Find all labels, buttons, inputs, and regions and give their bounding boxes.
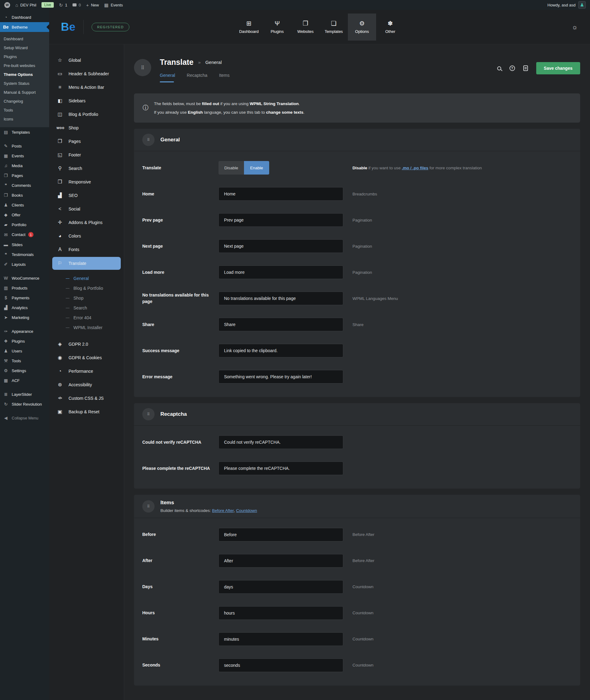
sidebar-item[interactable]: ▦ ACF — [0, 376, 49, 385]
avatar[interactable]: ♟ — [578, 1, 586, 9]
sidebar-item[interactable]: ❝ Testimonials — [0, 249, 49, 259]
nav-item[interactable]: ❏ Templates — [320, 13, 348, 40]
nav-item[interactable]: ⊞ Dashboard — [235, 13, 263, 40]
options-menu-item[interactable]: ≡ Menu & Action Bar — [49, 81, 124, 94]
translate-submenu-item[interactable]: Error 404 — [49, 313, 124, 323]
options-menu-item[interactable]: ◕ Colors — [49, 229, 124, 243]
tab[interactable]: Items — [219, 73, 229, 82]
sidebar-item[interactable]: ▬ Slides — [0, 240, 49, 249]
nav-item[interactable]: ❐ Websites — [291, 13, 320, 40]
help-icon[interactable]: ? — [509, 66, 515, 71]
text-input[interactable] — [218, 370, 343, 384]
options-menu-item[interactable]: ▟ SEO — [49, 189, 124, 202]
subtitle-text[interactable]: , — [234, 508, 236, 513]
text-input[interactable] — [218, 632, 343, 646]
live-badge[interactable]: Live — [41, 2, 54, 8]
submenu-item[interactable]: Setup Wizard — [0, 43, 49, 52]
translate-submenu-item[interactable]: Blog & Portfolio — [49, 283, 124, 293]
options-menu-item[interactable]: </> Custom CSS & JS — [49, 392, 124, 405]
sidebar-item[interactable]: ➤ Marketing — [0, 312, 49, 322]
sidebar-item[interactable]: ✐ Layouts — [0, 259, 49, 269]
sidebar-item[interactable]: ✎ Posts — [0, 141, 49, 151]
events-link[interactable]: ▦ Events — [104, 3, 123, 7]
subtitle-text[interactable]: Builder items & shortcodes: — [161, 508, 212, 513]
submenu-item[interactable]: Theme Options — [0, 70, 49, 79]
submenu-item[interactable]: Changelog — [0, 97, 49, 106]
translate-submenu-item[interactable]: WPML Installer — [49, 323, 124, 332]
text-input[interactable] — [218, 187, 343, 201]
text-input[interactable] — [218, 318, 343, 331]
drag-handle-icon[interactable]: ⠿ — [142, 134, 155, 146]
options-menu-item[interactable]: A Fonts — [49, 243, 124, 256]
updates-link[interactable]: ↻ 1 — [59, 3, 67, 7]
comments-link[interactable]: 0 — [73, 3, 81, 7]
enable-button[interactable]: Enable — [244, 161, 269, 175]
subtitle-text[interactable]: Countdown — [236, 508, 257, 513]
options-menu-item[interactable]: ◈ GDPR 2.0 — [49, 337, 124, 351]
options-menu-item[interactable]: woo Shop — [49, 121, 124, 134]
disable-button[interactable]: Disable — [218, 161, 244, 175]
options-menu-item[interactable]: ◫ Blog & Portfolio — [49, 108, 124, 121]
text-input[interactable] — [218, 292, 343, 305]
sidebar-item[interactable]: ◀ Collapse Menu — [0, 413, 49, 423]
options-menu-item[interactable]: ✛ Addons & Plugins — [49, 216, 124, 229]
light-mode-icon[interactable]: ☼ — [572, 23, 578, 31]
submenu-item[interactable]: Tools — [0, 106, 49, 115]
sidebar-item[interactable]: ♟ Users — [0, 346, 49, 356]
sidebar-item[interactable]: ❞ Comments — [0, 180, 49, 190]
sidebar-item[interactable]: W WooCommerce — [0, 273, 49, 283]
changelog-icon[interactable] — [523, 66, 528, 71]
text-input[interactable] — [218, 580, 343, 594]
sidebar-item[interactable]: ❒ Books — [0, 190, 49, 200]
sidebar-item[interactable]: ⚙ Settings — [0, 366, 49, 376]
translate-submenu-item[interactable]: Search — [49, 303, 124, 313]
sidebar-item[interactable]: ❐ Pages — [0, 171, 49, 180]
drag-handle-icon[interactable]: ⠿ — [142, 500, 155, 513]
sidebar-item[interactable]: ⚒ Tools — [0, 356, 49, 366]
options-menu-item[interactable]: ◧ Sidebars — [49, 94, 124, 108]
translate-submenu-item[interactable]: Shop — [49, 293, 124, 303]
sidebar-item[interactable]: ▦ Events — [0, 151, 49, 161]
drag-handle-icon[interactable]: ⠿ — [134, 59, 151, 76]
text-input[interactable] — [218, 239, 343, 253]
options-menu-item[interactable]: ☆ Global — [49, 54, 124, 67]
submenu-item[interactable]: Dashboard — [0, 34, 49, 43]
options-menu-item[interactable]: ◔ Performance — [49, 365, 124, 378]
sidebar-item[interactable]: ▤ Templates — [0, 127, 49, 137]
options-menu-item[interactable]: ◉ GDPR & Cookies — [49, 351, 124, 365]
submenu-item[interactable]: Manual & Support — [0, 88, 49, 97]
tab[interactable]: Recaptcha — [187, 73, 207, 82]
options-menu-item[interactable]: ❒ Responsive — [49, 175, 124, 189]
sidebar-item[interactable]: ❖ Plugins — [0, 336, 49, 346]
text-input[interactable] — [218, 462, 343, 475]
sidebar-item[interactable]: ◆ Offer — [0, 210, 49, 220]
text-input[interactable] — [218, 344, 343, 358]
subtitle-text[interactable]: Before After — [212, 508, 234, 513]
text-input[interactable] — [218, 606, 343, 620]
sidebar-item[interactable]: ▰ Portfolio — [0, 220, 49, 229]
wordpress-logo-icon[interactable]: W — [4, 2, 10, 8]
nav-item[interactable]: Ψ Plugins — [263, 13, 291, 40]
sidebar-item[interactable]: ▥ Products — [0, 283, 49, 293]
options-menu-item[interactable]: ⊛ Accessibility — [49, 378, 124, 392]
options-menu-item[interactable]: ⚲ Search — [49, 162, 124, 175]
howdy-text[interactable]: Howdy, asd asd — [547, 3, 576, 7]
site-name-link[interactable]: ⌂ DEV Phil — [15, 3, 36, 7]
text-input[interactable] — [218, 528, 343, 541]
text-input[interactable] — [218, 435, 343, 449]
options-menu-item[interactable]: < Social — [49, 202, 124, 216]
search-icon[interactable] — [497, 66, 501, 70]
translate-submenu-item[interactable]: General — [49, 274, 124, 283]
text-input[interactable] — [218, 213, 343, 227]
betheme-logo[interactable]: Be — [61, 21, 75, 32]
submenu-item[interactable]: Plugins — [0, 52, 49, 61]
options-menu-item[interactable]: ▭ Header & Subheader — [49, 67, 124, 81]
options-menu-item[interactable]: ◱ Footer — [49, 148, 124, 162]
sidebar-item[interactable]: ▟ Analytics — [0, 303, 49, 312]
drag-handle-icon[interactable]: ⠿ — [142, 408, 155, 420]
sidebar-item[interactable]: ≣ LayerSlider — [0, 389, 49, 399]
options-menu-item[interactable]: ⚐ Translate — [52, 257, 121, 270]
text-input[interactable] — [218, 659, 343, 672]
tab[interactable]: General — [160, 73, 175, 82]
submenu-item[interactable]: Icons — [0, 115, 49, 123]
